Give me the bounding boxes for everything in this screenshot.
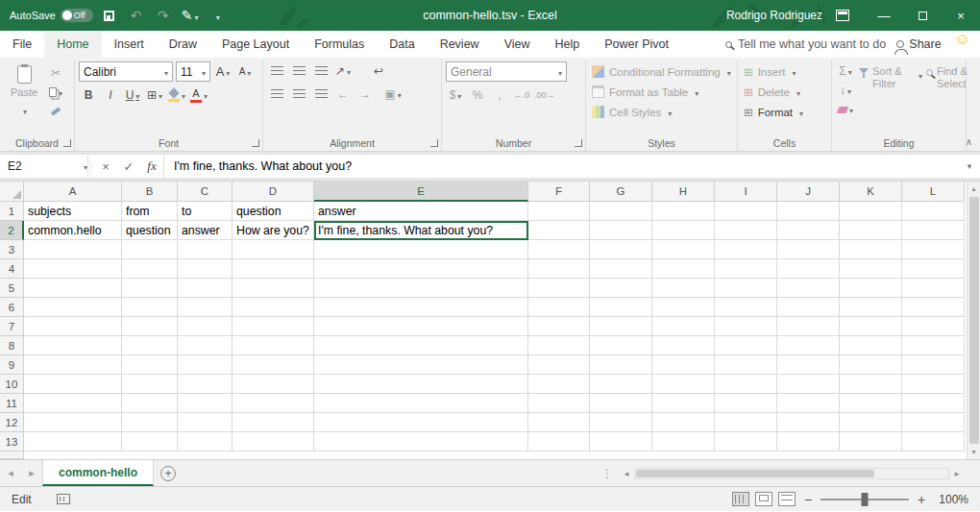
cell-K4[interactable] (840, 259, 902, 279)
cell-A8[interactable] (24, 336, 122, 355)
cell-I11[interactable] (715, 394, 777, 413)
fill-color-button[interactable] (167, 85, 186, 105)
cell-E5[interactable] (314, 279, 528, 298)
top-align-button[interactable] (267, 61, 286, 81)
feedback-smiley-icon[interactable]: ☺ (955, 31, 970, 58)
zoom-slider[interactable] (821, 499, 909, 500)
cell-H12[interactable] (652, 413, 715, 432)
cell-C2[interactable]: answer (178, 221, 233, 240)
sheet-nav-left-icon[interactable]: ◂ (0, 460, 21, 486)
cell-C8[interactable] (178, 336, 233, 355)
cell-G11[interactable] (590, 394, 652, 413)
cell-H5[interactable] (652, 279, 715, 298)
autosave-toggle[interactable]: AutoSave Off (10, 9, 93, 22)
undo-button[interactable]: ↶ (126, 4, 147, 27)
insert-function-button[interactable]: fx (140, 155, 163, 178)
cell-H13[interactable] (652, 432, 715, 451)
cell-L1[interactable] (902, 202, 965, 221)
minimize-button[interactable]: — (865, 0, 903, 31)
percent-style-button[interactable]: % (468, 85, 487, 105)
page-layout-view-button[interactable] (755, 492, 772, 506)
cell-E7[interactable] (314, 317, 528, 336)
cell-H2[interactable] (652, 221, 715, 240)
enter-entry-button[interactable]: ✓ (117, 155, 140, 178)
cell-G5[interactable] (590, 279, 652, 298)
tell-me-box[interactable]: Tell me what you want to do (725, 31, 886, 58)
middle-align-button[interactable] (289, 61, 308, 81)
comma-style-button[interactable]: , (490, 85, 509, 105)
cell-C13[interactable] (178, 432, 233, 451)
cell-C11[interactable] (178, 394, 233, 413)
column-header-L[interactable]: L (902, 182, 965, 202)
cell-K10[interactable] (840, 375, 902, 394)
customize-qat-button[interactable] (207, 4, 228, 27)
cell-D12[interactable] (233, 413, 314, 432)
cell-D4[interactable] (233, 259, 314, 279)
cell-H1[interactable] (652, 202, 715, 221)
cell-L10[interactable] (902, 375, 965, 394)
cut-button[interactable]: ✂ (46, 63, 65, 83)
tab-power-pivot[interactable]: Power Pivot (592, 31, 681, 58)
cell-E10[interactable] (314, 375, 528, 394)
new-sheet-button[interactable]: + (154, 460, 183, 486)
cell-D2[interactable]: How are you? (233, 221, 314, 240)
cell-B7[interactable] (122, 317, 178, 336)
cell-L7[interactable] (902, 317, 965, 336)
clipboard-dialog-launcher-icon[interactable] (63, 139, 71, 147)
vertical-scrollbar[interactable]: ▴ ▾ (967, 182, 980, 459)
cell-K1[interactable] (840, 202, 902, 221)
cell-D5[interactable] (233, 279, 314, 298)
inking-button[interactable]: ✎ (180, 4, 201, 27)
cell-A6[interactable] (24, 298, 122, 317)
cell-L11[interactable] (902, 394, 965, 413)
cell-L13[interactable] (902, 432, 965, 451)
cell-G2[interactable] (590, 221, 652, 240)
copy-button[interactable] (46, 83, 65, 102)
cell-D9[interactable] (233, 355, 314, 375)
delete-button[interactable]: ⊞ Delete (742, 82, 827, 102)
format-as-table-button[interactable]: Format as Table (590, 82, 733, 102)
cell-G3[interactable] (590, 240, 652, 259)
cell-E2[interactable]: I'm fine, thanks. What about you? (314, 221, 528, 240)
zoom-level[interactable]: 100% (934, 493, 968, 506)
cell-C4[interactable] (178, 259, 233, 279)
cell-D7[interactable] (233, 317, 314, 336)
cell-L2[interactable] (902, 221, 965, 240)
cell-L12[interactable] (902, 413, 965, 432)
paste-button[interactable]: Paste (4, 61, 44, 135)
tab-draw[interactable]: Draw (157, 31, 209, 58)
alignment-dialog-launcher-icon[interactable] (430, 139, 438, 147)
cell-J11[interactable] (777, 394, 840, 413)
cell-K11[interactable] (840, 394, 902, 413)
cell-F9[interactable] (528, 355, 590, 375)
horizontal-scrollbar-track[interactable] (634, 468, 949, 479)
cell-G8[interactable] (590, 336, 652, 355)
cell-G12[interactable] (590, 413, 652, 432)
cell-J5[interactable] (777, 279, 840, 298)
wrap-text-button[interactable]: ↩ (369, 61, 388, 81)
cell-H3[interactable] (652, 240, 715, 259)
fill-button[interactable]: ↓ (836, 81, 855, 100)
cell-I8[interactable] (715, 336, 777, 355)
cell-B3[interactable] (122, 240, 178, 259)
collapse-ribbon-button[interactable]: ∧ (966, 136, 972, 147)
cell-I10[interactable] (715, 375, 777, 394)
center-button[interactable] (289, 85, 308, 104)
column-header-I[interactable]: I (715, 182, 777, 202)
zoom-in-button[interactable]: + (915, 492, 928, 507)
bold-button[interactable]: B (79, 85, 98, 105)
cell-I3[interactable] (715, 240, 777, 259)
cell-G4[interactable] (590, 259, 652, 279)
font-name-combo[interactable]: Calibri (79, 61, 173, 82)
column-header-A[interactable]: A (24, 182, 122, 202)
cell-F8[interactable] (528, 336, 590, 355)
cell-J12[interactable] (777, 413, 840, 432)
scroll-left-icon[interactable]: ◂ (619, 469, 634, 478)
column-header-H[interactable]: H (652, 182, 715, 202)
cell-J1[interactable] (777, 202, 840, 221)
scroll-up-icon[interactable]: ▴ (968, 182, 980, 196)
ribbon-display-options-icon[interactable] (836, 10, 849, 21)
name-box[interactable]: E2 (0, 155, 88, 178)
cell-K8[interactable] (840, 336, 902, 355)
find-select-button[interactable]: Find & Select (926, 61, 980, 119)
